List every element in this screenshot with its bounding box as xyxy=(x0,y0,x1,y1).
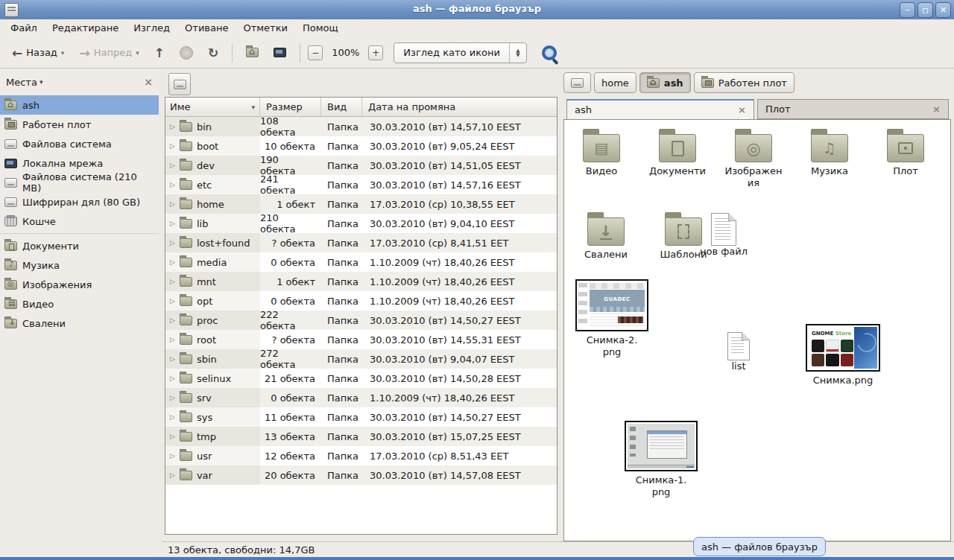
sidebar-item[interactable]: Работен плот xyxy=(0,115,159,134)
view-mode-select[interactable]: Изглед като икони ▲▼ xyxy=(394,42,527,63)
sidebar-item[interactable]: Изображения xyxy=(0,275,159,294)
table-row[interactable]: ▷ dev 190 обекта Папка 30.03.2010 (вт) 1… xyxy=(165,156,557,175)
expander-icon[interactable]: ▷ xyxy=(170,375,175,382)
table-row[interactable]: ▷ lost+found ? обекта Папка 17.03.2010 (… xyxy=(165,233,557,252)
menu-item[interactable]: Отметки xyxy=(236,19,294,37)
back-history-caret-icon[interactable]: ▾ xyxy=(61,49,65,57)
table-row[interactable]: ▷ selinux 21 обекта Папка 30.03.2010 (вт… xyxy=(165,369,557,388)
expander-icon[interactable]: ▷ xyxy=(170,471,175,479)
table-row[interactable]: ▷ root ? обекта Папка 30.03.2010 (вт) 14… xyxy=(165,330,557,349)
table-row[interactable]: ▷ lib 210 обекта Папка 30.03.2010 (вт) 9… xyxy=(165,214,557,233)
computer-button[interactable] xyxy=(268,44,292,61)
expander-icon[interactable]: ▷ xyxy=(170,142,175,150)
sidebar-item[interactable]: Файлова система xyxy=(0,134,159,153)
zoom-in-button[interactable]: + xyxy=(368,45,383,60)
path-home-button[interactable]: home xyxy=(594,72,636,93)
forward-button[interactable]: → Напред ▾ xyxy=(73,43,145,63)
tab-close-icon[interactable]: × xyxy=(932,104,941,115)
stop-button[interactable] xyxy=(174,42,199,63)
sidebar-item[interactable]: Видео xyxy=(0,294,159,314)
expander-icon[interactable]: ▷ xyxy=(170,316,175,324)
menu-item[interactable]: Файл xyxy=(3,19,45,37)
sidebar-caret-icon[interactable]: ▾ xyxy=(40,78,43,86)
expander-icon[interactable]: ▷ xyxy=(170,278,175,285)
expander-icon[interactable]: ▷ xyxy=(170,200,175,208)
maximize-button[interactable] xyxy=(917,2,933,18)
expander-icon[interactable]: ▷ xyxy=(170,123,175,130)
expander-icon[interactable]: ▷ xyxy=(170,336,175,343)
sidebar-item[interactable]: Музика xyxy=(0,255,159,275)
sidebar-item[interactable]: Шифриран дял (80 GB) xyxy=(0,192,159,211)
table-row[interactable]: ▷ bin 108 обекта Папка 30.03.2010 (вт) 1… xyxy=(165,117,557,136)
zoom-out-button[interactable]: − xyxy=(308,45,323,60)
up-button[interactable]: ↑ xyxy=(148,43,171,63)
tab-plot[interactable]: Плот × xyxy=(757,99,949,119)
expander-icon[interactable]: ▷ xyxy=(170,413,175,421)
file-item-snimka[interactable]: GNOME Store Снимка.png xyxy=(804,324,882,386)
file-item-list[interactable]: list xyxy=(716,332,761,372)
taskbar-window-button[interactable]: ash — файлов браузър xyxy=(693,537,826,556)
folder-item[interactable]: Музика xyxy=(800,127,859,177)
expander-icon[interactable]: ▷ xyxy=(170,297,175,305)
column-header-type[interactable]: Вид xyxy=(321,98,362,116)
view-mode-spinner-icon[interactable]: ▲▼ xyxy=(509,43,526,63)
icon-view[interactable]: Видео Документи Изображения Музика Плот xyxy=(563,119,951,541)
table-row[interactable]: ▷ usr 12 обекта Папка 17.03.2010 (ср) 8,… xyxy=(165,446,557,465)
table-row[interactable]: ▷ mnt 1 обект Папка 1.10.2009 (чт) 18,40… xyxy=(165,272,557,291)
file-item-snimka1[interactable]: Снимка-1.png xyxy=(624,421,698,498)
menu-item[interactable]: Помощ xyxy=(295,19,346,37)
expander-icon[interactable]: ▷ xyxy=(170,220,175,227)
path-current-button[interactable]: ash xyxy=(639,72,691,93)
sidebar-item[interactable]: Файлова система (210 MB) xyxy=(0,173,159,192)
folder-item[interactable]: Свалени xyxy=(576,211,636,261)
table-row[interactable]: ▷ sys 11 обекта Папка 30.03.2010 (вт) 14… xyxy=(165,407,557,427)
folder-item[interactable]: Изображения xyxy=(724,127,783,189)
table-row[interactable]: ▷ tmp 13 обекта Папка 30.03.2010 (вт) 15… xyxy=(165,427,557,446)
column-header-name[interactable]: Име▾ xyxy=(165,98,260,116)
expander-icon[interactable]: ▷ xyxy=(170,181,175,188)
menu-item[interactable]: Изглед xyxy=(126,19,177,37)
expander-icon[interactable]: ▷ xyxy=(170,258,175,266)
sidebar-item[interactable]: Кошче xyxy=(0,211,159,231)
sidebar-close-icon[interactable]: × xyxy=(144,76,153,88)
minimize-button[interactable] xyxy=(900,2,915,18)
expander-icon[interactable]: ▷ xyxy=(170,433,175,440)
table-row[interactable]: ▷ srv 0 обекта Папка 1.10.2009 (чт) 18,4… xyxy=(165,388,557,407)
folder-item[interactable]: Документи xyxy=(648,127,707,177)
tab-ash[interactable]: ash × xyxy=(566,99,754,119)
folder-item[interactable]: Плот xyxy=(876,127,935,177)
sidebar-item[interactable]: Локална мрежа xyxy=(0,153,159,173)
expander-icon[interactable]: ▷ xyxy=(170,452,175,459)
expander-icon[interactable]: ▷ xyxy=(170,355,175,363)
titlebar[interactable]: ash — файлов браузър xyxy=(0,0,954,20)
sidebar-item[interactable]: ash xyxy=(0,95,159,115)
folder-item[interactable]: Видео xyxy=(572,127,631,177)
menu-item[interactable]: Редактиране xyxy=(45,19,126,37)
expander-icon[interactable]: ▷ xyxy=(170,162,175,169)
sidebar-title[interactable]: Места xyxy=(6,77,37,88)
expander-icon[interactable]: ▷ xyxy=(170,394,175,401)
table-row[interactable]: ▷ proc 222 обекта Папка 30.03.2010 (вт) … xyxy=(165,311,557,330)
tab-close-icon[interactable]: × xyxy=(738,104,746,115)
table-row[interactable]: ▷ sbin 272 обекта Папка 30.03.2010 (вт) … xyxy=(165,349,557,369)
table-row[interactable]: ▷ media 0 обекта Папка 1.10.2009 (чт) 18… xyxy=(165,252,557,272)
file-item-new-file[interactable]: нов файл xyxy=(694,213,754,257)
path-root-button[interactable] xyxy=(563,72,591,93)
reload-button[interactable]: ↻ xyxy=(202,43,224,63)
expander-icon[interactable]: ▷ xyxy=(170,239,175,246)
table-row[interactable]: ▷ home 1 обект Папка 17.03.2010 (ср) 10,… xyxy=(165,194,557,214)
sidebar-item[interactable]: Свалени xyxy=(0,314,159,333)
table-row[interactable]: ▷ opt 0 обекта Папка 1.10.2009 (чт) 18,4… xyxy=(165,291,557,311)
table-row[interactable]: ▷ var 20 обекта Папка 30.03.2010 (вт) 14… xyxy=(165,465,557,485)
sidebar-item[interactable]: Документи xyxy=(0,236,159,255)
home-button[interactable] xyxy=(240,44,265,61)
column-header-size[interactable]: Размер xyxy=(260,98,321,116)
column-header-date[interactable]: Дата на промяна xyxy=(362,98,557,116)
close-button[interactable] xyxy=(935,2,951,18)
table-row[interactable]: ▷ boot 10 обекта Папка 30.03.2010 (вт) 9… xyxy=(165,136,557,156)
menu-item[interactable]: Отиване xyxy=(177,19,236,37)
file-item-snimka2[interactable]: GUADEC Снимка-2.png xyxy=(575,279,649,358)
table-row[interactable]: ▷ etc 241 обекта Папка 30.03.2010 (вт) 1… xyxy=(165,175,557,194)
path-desktop-button[interactable]: Работен плот xyxy=(694,72,795,93)
back-button[interactable]: ← Назад ▾ xyxy=(6,43,70,63)
